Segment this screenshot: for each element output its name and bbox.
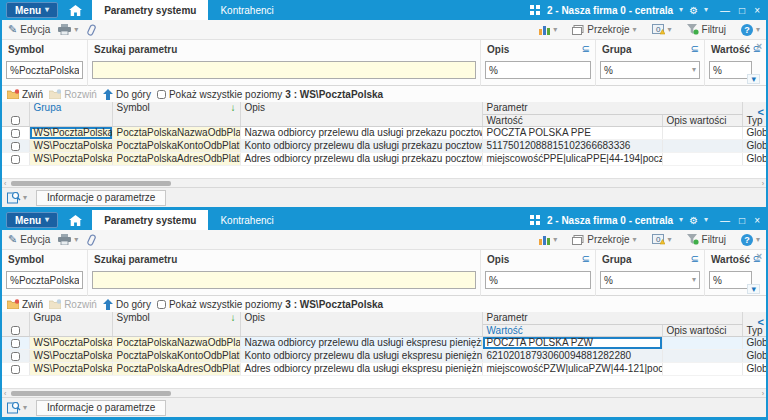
- levels-checkbox[interactable]: [157, 300, 166, 309]
- header-select-all[interactable]: [2, 312, 29, 336]
- gear-icon[interactable]: ⚙: [689, 215, 698, 226]
- chevron-down-icon[interactable]: ▾: [679, 216, 683, 224]
- header-select-all[interactable]: [2, 102, 29, 126]
- close-filter-icon[interactable]: ×: [756, 41, 762, 52]
- maximize-button[interactable]: □: [739, 215, 745, 226]
- cell-grupa[interactable]: WS\PocztaPolska: [29, 336, 112, 349]
- row-checkbox[interactable]: [11, 339, 20, 348]
- tab-kontrahenci[interactable]: Kontrahenci: [208, 210, 285, 230]
- cell-opis-wartosci[interactable]: [662, 152, 742, 165]
- symbol-filter-input[interactable]: [6, 271, 83, 289]
- scrollbar-thumb[interactable]: [11, 181, 171, 186]
- cell-symbol[interactable]: PocztaPolskaAdresOdbPlatPZW: [112, 362, 240, 375]
- scroll-left-icon[interactable]: ‹: [4, 390, 6, 397]
- header-symbol[interactable]: Symbol↓: [112, 312, 240, 336]
- header-opis-wartosci[interactable]: Opis wartości: [662, 114, 742, 126]
- row-checkbox[interactable]: [11, 365, 20, 374]
- header-symbol[interactable]: Symbol↓: [112, 102, 240, 126]
- help-button[interactable]: ? ▾: [741, 234, 760, 246]
- chevron-down-icon[interactable]: ▾: [704, 6, 708, 14]
- cell-symbol[interactable]: PocztaPolskaNazwaOdbPlatPPE: [112, 126, 240, 139]
- expand-button[interactable]: Rozwiń: [49, 89, 97, 100]
- horizontal-scrollbar[interactable]: ‹ ›: [2, 178, 766, 187]
- cell-symbol[interactable]: PocztaPolskaNazwaOdbPlatPZW: [112, 336, 240, 349]
- help-button[interactable]: ? ▾: [741, 24, 760, 36]
- cell-grupa[interactable]: WS\PocztaPolska: [29, 362, 112, 375]
- chart-button[interactable]: ▾: [539, 25, 557, 35]
- lookup-button[interactable]: ▾: [7, 191, 27, 204]
- print-button[interactable]: ▾: [58, 234, 78, 245]
- cell-opis-wartosci[interactable]: [662, 139, 742, 152]
- przekroje-button[interactable]: Przekroje ▾: [572, 234, 636, 245]
- cell-opis-wartosci[interactable]: [662, 349, 742, 362]
- column-scroll-left-icon[interactable]: <: [758, 316, 764, 328]
- header-grupa[interactable]: Grupa: [29, 102, 112, 126]
- row-checkbox[interactable]: [11, 352, 20, 361]
- header-grupa[interactable]: Grupa: [29, 312, 112, 336]
- header-checkbox[interactable]: [11, 326, 20, 335]
- edit-button[interactable]: ✎ Edycja: [8, 23, 50, 36]
- cell-grupa[interactable]: WS\PocztaPolska: [29, 349, 112, 362]
- wartosc-filter-input[interactable]: [709, 271, 752, 289]
- tab-kontrahenci[interactable]: Kontrahenci: [208, 0, 285, 20]
- cell-opis-wartosci[interactable]: [662, 362, 742, 375]
- company-selector[interactable]: 2 - Nasza firma 0 - centrala: [547, 215, 673, 226]
- app-grid-icon[interactable]: [530, 215, 541, 226]
- cell-symbol[interactable]: PocztaPolskaAdresOdbPlatPPE: [112, 152, 240, 165]
- subset-operator-icon[interactable]: ⊆: [582, 253, 590, 264]
- row-checkbox[interactable]: [11, 155, 20, 164]
- table-row[interactable]: WS\PocztaPolska PocztaPolskaKontoOdbPlat…: [2, 139, 766, 152]
- tab-informacje-o-parametrze[interactable]: Informacje o parametrze: [36, 400, 166, 416]
- maximize-button[interactable]: □: [739, 5, 745, 16]
- horizontal-scrollbar[interactable]: ‹ ›: [2, 388, 766, 397]
- home-button[interactable]: [64, 5, 86, 16]
- expand-filter-icon[interactable]: ▾: [747, 284, 760, 294]
- scroll-right-icon[interactable]: ›: [762, 390, 764, 397]
- go-to-top-button[interactable]: Do góry: [103, 89, 151, 100]
- cell-opis[interactable]: Konto odbiorcy przelewu dla usługi przek…: [240, 139, 482, 152]
- minimize-button[interactable]: —: [720, 215, 730, 226]
- filtruj-button[interactable]: Filtruj: [687, 24, 726, 35]
- column-scroll-left-icon[interactable]: <: [758, 106, 764, 118]
- close-button[interactable]: ×: [754, 215, 760, 226]
- cell-typ[interactable]: Global: [742, 336, 766, 349]
- table-row[interactable]: WS\PocztaPolska PocztaPolskaKontoOdbPlat…: [2, 349, 766, 362]
- cell-wartosc[interactable]: miejscowośćPZW|ulicaPZW|44-121|pocztaPZW: [482, 362, 662, 375]
- chart-button[interactable]: ▾: [539, 235, 557, 245]
- cell-opis[interactable]: Nazwa odbiorcy przelewu dla usługi ekspr…: [240, 336, 482, 349]
- opis-filter-input[interactable]: [485, 61, 591, 79]
- collapse-button[interactable]: Zwiń: [7, 89, 43, 100]
- cell-typ[interactable]: Global: [742, 126, 766, 139]
- cell-opis-wartosci[interactable]: [662, 126, 742, 139]
- header-opis[interactable]: Opis: [240, 312, 482, 336]
- grupa-filter-select[interactable]: % ▾: [600, 271, 700, 289]
- tab-parametry-systemu[interactable]: Parametry systemu: [92, 210, 208, 230]
- expand-filter-icon[interactable]: ▾: [747, 74, 760, 84]
- filtruj-button[interactable]: Filtruj: [687, 234, 726, 245]
- print-button[interactable]: ▾: [58, 24, 78, 35]
- cell-wartosc[interactable]: 51175012088815102366683336: [482, 139, 662, 152]
- cell-symbol[interactable]: PocztaPolskaKontoOdbPlatPPE: [112, 139, 240, 152]
- attachment-button[interactable]: [86, 234, 97, 246]
- subset-operator-icon[interactable]: ⊆: [691, 43, 699, 54]
- table-row[interactable]: WS\PocztaPolska PocztaPolskaNazwaOdbPlat…: [2, 126, 766, 139]
- scroll-left-icon[interactable]: ‹: [4, 180, 6, 187]
- cell-typ[interactable]: Global: [742, 362, 766, 375]
- open-windows-button[interactable]: 0 ▾: [652, 24, 672, 35]
- collapse-button[interactable]: Zwiń: [7, 299, 43, 310]
- cell-opis[interactable]: Adres odbiorcy przelewu dla usługi ekspr…: [240, 362, 482, 375]
- go-to-top-button[interactable]: Do góry: [103, 299, 151, 310]
- company-selector[interactable]: 2 - Nasza firma 0 - centrala: [547, 5, 673, 16]
- tab-parametry-systemu[interactable]: Parametry systemu: [92, 0, 208, 20]
- table-row[interactable]: WS\PocztaPolska PocztaPolskaAdresOdbPlat…: [2, 152, 766, 165]
- subset-operator-icon[interactable]: ⊆: [582, 43, 590, 54]
- header-opis-wartosci[interactable]: Opis wartości: [662, 324, 742, 336]
- app-grid-icon[interactable]: [530, 5, 541, 16]
- table-row[interactable]: WS\PocztaPolska PocztaPolskaAdresOdbPlat…: [2, 362, 766, 375]
- close-button[interactable]: ×: [754, 5, 760, 16]
- cell-grupa[interactable]: WS\PocztaPolska: [29, 152, 112, 165]
- cell-opis[interactable]: Konto odbiorcy przelewu dla usługi ekspr…: [240, 349, 482, 362]
- cell-wartosc[interactable]: miejscowośćPPE|ulicaPPE|44-194|pocztaPPE: [482, 152, 662, 165]
- opis-filter-input[interactable]: [485, 271, 591, 289]
- expand-button[interactable]: Rozwiń: [49, 299, 97, 310]
